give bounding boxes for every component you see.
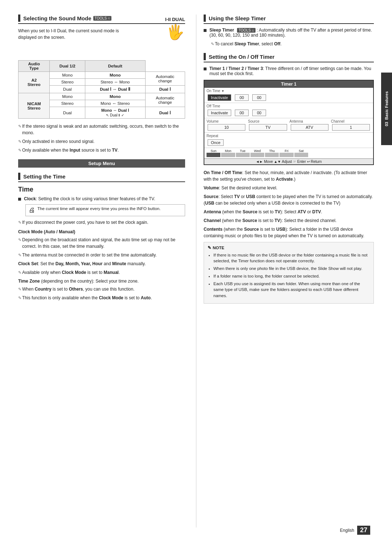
timer-nav-bar: ◄► Move ▲▼ Adjust ☞ Enter ↩ Return	[204, 159, 373, 164]
cell-nicam-stereo-type: Stereo	[50, 100, 85, 107]
clock-desc: Clock: Setting the clock is for using va…	[24, 196, 155, 201]
header-bar-time	[18, 173, 20, 180]
on-time-section: On Time ▼ Inactivate 00 00	[204, 88, 373, 103]
table-row: NICAMStereo Mono Mono Automaticchange	[19, 93, 185, 100]
list-item: If a folder name is too long, the folder…	[213, 273, 370, 279]
language-label: English	[340, 528, 354, 533]
sleep-timer-section: Using the Sleep Timer Sleep Timer TOOLS♫…	[204, 15, 374, 47]
antenna-desc: Antenna (when the Source is set to TV): …	[204, 209, 374, 215]
list-item: When there is only one photo file in the…	[213, 266, 370, 271]
table-row: A2Stereo Mono Mono Automaticchange	[19, 72, 185, 79]
pencil-icon-sleep: ✎	[211, 41, 214, 47]
antenna-value[interactable]: ATV	[291, 124, 328, 131]
timer-desc: Timer 1 / Timer 2 / Timer 3: Three diffe…	[209, 66, 374, 76]
list-item: If there is no music file on the USB dev…	[213, 252, 370, 264]
setting-time-section: Setting the Time Time Clock: Setting the…	[18, 173, 185, 301]
cell-mono-type: Mono	[50, 72, 85, 79]
pencil-icon-note: ✎	[208, 245, 211, 250]
cell-nicam-mono-dual: Mono	[85, 93, 145, 100]
timer-widget: Timer 1 On Time ▼ Inactivate 00 00 Off	[204, 80, 374, 165]
cell-nicam-stereo: NICAMStereo	[19, 93, 50, 119]
cell-nicam-dual-dual: Mono ↔ Dual Ⅰ ↖ Dual Ⅱ ✓	[85, 107, 145, 119]
col-dual: Dual 1/2	[50, 61, 85, 72]
source-value[interactable]: TV	[249, 124, 287, 131]
cell-dual-default: Dual Ⅰ	[145, 86, 185, 93]
left-column: Selecting the Sound Mode TOOLS ♫ I-II DU…	[18, 15, 196, 527]
pencil-icon-2: ✎	[18, 139, 21, 145]
chapter-label: Basic Features	[384, 91, 389, 120]
cell-dual-type: Dual	[50, 86, 85, 93]
notes-list: If there is no music file on the USB dev…	[208, 252, 370, 299]
note-input-source: ✎ Only available when the Input source i…	[18, 147, 185, 153]
pencil-icon-9: ✎	[18, 295, 21, 301]
off-minute[interactable]: 00	[252, 110, 266, 116]
note-section: ✎ NOTE If there is no music file on the …	[204, 242, 374, 304]
source-desc: Source: Select TV or USB content to be p…	[204, 193, 374, 206]
off-hour[interactable]: 00	[235, 110, 249, 116]
sleep-timer-title: Using the Sleep Timer	[209, 15, 266, 21]
day-fri: Fri	[279, 149, 293, 157]
bullet-square-sleep	[204, 29, 207, 32]
note-stereo-signal: ✎ If the stereo signal is weak and an au…	[18, 123, 185, 136]
day-thu: Thu	[265, 149, 279, 157]
on-hour[interactable]: 00	[235, 94, 249, 101]
channel-desc: Channel (when the Source is set to TV): …	[204, 217, 374, 224]
note-country-others: ✎ When Country is set to Others, you can…	[18, 286, 185, 292]
header-bar-timer	[204, 53, 206, 60]
pencil-icon-3: ✎	[18, 147, 21, 153]
timer-params-row: Volume 10 Source TV Antenna ATV Channel …	[204, 118, 373, 133]
volume-cell: Volume 10	[207, 119, 246, 131]
page-footer: English 27	[340, 526, 370, 535]
on-off-timer-header: Setting the On / Off Timer	[204, 53, 374, 62]
day-box-fri	[279, 153, 293, 157]
day-box-mon	[221, 153, 235, 157]
volume-desc: Volume: Set the desired volume level.	[204, 185, 374, 191]
day-box-sun	[207, 153, 220, 157]
repeat-value[interactable]: Once	[208, 139, 224, 146]
header-bar	[18, 15, 20, 22]
day-box-thu	[265, 153, 279, 157]
selecting-sound-mode-section: Selecting the Sound Mode TOOLS ♫ I-II DU…	[18, 15, 185, 153]
setting-time-header: Setting the Time	[18, 173, 185, 182]
pencil-icon-4: ✎	[18, 219, 21, 226]
tools-badge-sleep: TOOLS♫	[237, 28, 255, 33]
cell-nicam-dual-default: Dual Ⅰ	[145, 107, 185, 119]
repeat-section: Repeat Once	[204, 133, 373, 148]
repeat-label: Repeat	[207, 134, 371, 138]
cell-nicam-mono-type: Mono	[50, 93, 85, 100]
sound-mode-description: When you set to I-II Dual, the current s…	[18, 28, 131, 41]
sound-mode-header: Selecting the Sound Mode TOOLS ♫	[18, 15, 185, 24]
timer-widget-title: Timer 1	[204, 81, 373, 88]
time-subsection-title: Time	[18, 186, 185, 193]
volume-value[interactable]: 10	[208, 124, 245, 131]
col-audio-type: AudioType	[19, 61, 50, 72]
repeat-controls: Once	[207, 139, 371, 147]
cell-nicam-auto: Automaticchange	[145, 93, 185, 107]
note-clock-mode-manual: ✎ Available only when Clock Mode is set …	[18, 269, 185, 276]
bullet-square	[18, 198, 21, 201]
sleep-timer-desc: Sleep Timer TOOLS♫ : Automatically shuts…	[209, 28, 374, 38]
days-grid: Sun Mon Tue Wed	[207, 149, 308, 157]
note-stereo-activated: ✎ Only activated in stereo sound signal.	[18, 138, 185, 145]
on-off-timer-title: Setting the On / Off Timer	[209, 54, 274, 60]
pencil-icon-1: ✎	[18, 123, 21, 130]
day-sun: Sun	[207, 149, 220, 157]
off-time-label: Off Time	[207, 104, 371, 108]
cell-stereo-dual: Stereo ↔ Mono	[85, 79, 145, 86]
inactivate-btn-off[interactable]: Inactivate	[208, 110, 231, 116]
day-wed: Wed	[250, 149, 264, 157]
bullet-square-timer	[204, 67, 207, 70]
on-minute[interactable]: 00	[252, 94, 266, 101]
right-column: Using the Sleep Timer Sleep Timer TOOLS♫…	[196, 15, 374, 527]
channel-value[interactable]: 1	[332, 124, 370, 131]
pencil-icon-6: ✎	[18, 252, 21, 258]
days-section: Sun Mon Tue Wed	[204, 148, 373, 159]
info-icon: 🖨	[29, 206, 35, 214]
inactivate-btn-on[interactable]: Inactivate	[208, 94, 231, 101]
note-title: ✎ NOTE	[208, 245, 370, 250]
clock-bullet: Clock: Setting the clock is for using va…	[18, 196, 185, 201]
cell-nicam-dual-type: Dual	[50, 107, 85, 119]
on-time-controls: Inactivate 00 00	[207, 94, 371, 102]
timer-bullet: Timer 1 / Timer 2 / Timer 3: Three diffe…	[204, 66, 374, 76]
sound-mode-title: Selecting the Sound Mode	[23, 15, 91, 21]
